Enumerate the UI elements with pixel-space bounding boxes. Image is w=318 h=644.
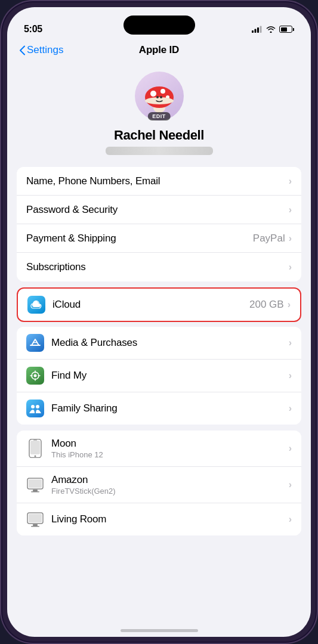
family-sharing-item[interactable]: Family Sharing ›	[17, 392, 301, 425]
find-my-chevron: ›	[289, 370, 292, 381]
subscriptions-item[interactable]: Subscriptions ›	[17, 253, 301, 281]
iphone-device-icon	[28, 439, 42, 458]
icloud-label: iCloud	[53, 299, 249, 311]
profile-section: EDIT Rachel Needell	[7, 62, 311, 167]
family-sharing-chevron: ›	[289, 403, 292, 414]
svg-rect-23	[30, 441, 40, 454]
account-settings-card: Name, Phone Numbers, Email › Password & …	[17, 167, 301, 281]
svg-point-8	[160, 89, 165, 94]
devices-card: Moon This iPhone 12 ›	[17, 431, 301, 535]
svg-rect-2	[257, 27, 259, 33]
status-time: 5:05	[24, 24, 42, 35]
name-phone-email-item[interactable]: Name, Phone Numbers, Email ›	[17, 167, 301, 196]
find-my-item[interactable]: Find My ›	[17, 360, 301, 392]
media-purchases-chevron: ›	[289, 338, 292, 348]
svg-rect-29	[31, 491, 39, 493]
media-purchases-item[interactable]: Media & Purchases ›	[17, 327, 301, 360]
icloud-icon	[30, 301, 42, 309]
media-icon-bg	[26, 334, 44, 352]
password-security-item[interactable]: Password & Security ›	[17, 196, 301, 224]
livingroom-device-item[interactable]: Living Room ›	[17, 503, 301, 535]
subscriptions-label: Subscriptions	[26, 261, 289, 273]
content-area: EDIT Rachel Needell Name, Phone Numbers,…	[7, 62, 311, 553]
svg-rect-28	[33, 490, 38, 491]
amazon-device-item[interactable]: Amazon FireTVStick(Gen2) ›	[17, 467, 301, 503]
find-my-icon	[30, 370, 41, 381]
icloud-item[interactable]: iCloud 200 GB ›	[17, 287, 301, 322]
livingroom-label: Living Room	[51, 513, 289, 525]
avatar-container[interactable]: EDIT	[135, 72, 184, 120]
moon-sublabel: This iPhone 12	[51, 450, 289, 459]
family-icon	[29, 404, 41, 413]
service-items-card: Media & Purchases ›	[17, 327, 301, 425]
svg-rect-1	[255, 29, 257, 33]
wifi-icon	[266, 26, 276, 33]
tv-device-icon	[26, 476, 44, 494]
svg-point-7	[150, 91, 156, 97]
signal-icon	[252, 26, 263, 33]
svg-point-13	[160, 96, 162, 98]
nav-title: Apple ID	[139, 44, 179, 56]
media-purchases-label: Media & Purchases	[51, 337, 289, 349]
phone-frame: 5:05	[0, 0, 318, 644]
iphone-icon	[26, 439, 44, 457]
tv2-icon	[26, 510, 44, 528]
back-label: Settings	[27, 44, 63, 56]
profile-email	[106, 147, 213, 155]
status-icons	[252, 26, 294, 33]
family-sharing-label: Family Sharing	[51, 402, 289, 414]
findmy-icon-bg	[26, 367, 44, 385]
svg-point-15	[34, 374, 37, 377]
password-security-chevron: ›	[289, 205, 292, 215]
icloud-chevron: ›	[288, 299, 291, 310]
name-phone-email-chevron: ›	[289, 176, 292, 187]
amazon-chevron: ›	[289, 479, 292, 490]
home-indicator	[121, 629, 198, 632]
avatar-image	[141, 78, 177, 114]
find-my-label: Find My	[51, 370, 289, 382]
tv2-device-icon	[26, 510, 44, 528]
payment-shipping-chevron: ›	[289, 233, 292, 244]
name-phone-email-label: Name, Phone Numbers, Email	[26, 175, 289, 187]
svg-rect-0	[252, 30, 254, 33]
svg-rect-27	[29, 479, 42, 488]
payment-shipping-value: PayPal	[253, 233, 285, 244]
svg-point-12	[156, 96, 159, 98]
payment-shipping-label: Payment & Shipping	[26, 233, 253, 244]
amazon-label: Amazon	[51, 474, 289, 486]
moon-label: Moon	[51, 438, 289, 450]
moon-chevron: ›	[289, 443, 292, 454]
icloud-icon-bg	[27, 296, 45, 314]
battery-icon	[279, 26, 294, 33]
moon-device-item[interactable]: Moon This iPhone 12 ›	[17, 431, 301, 467]
svg-rect-32	[33, 524, 38, 526]
svg-point-21	[36, 405, 39, 408]
back-button[interactable]: Settings	[19, 44, 63, 56]
profile-name: Rachel Needell	[114, 128, 204, 143]
family-icon-bg	[26, 400, 44, 417]
svg-point-11	[145, 97, 174, 104]
svg-rect-25	[33, 440, 37, 441]
subscriptions-chevron: ›	[289, 262, 292, 273]
livingroom-chevron: ›	[289, 514, 292, 525]
payment-shipping-item[interactable]: Payment & Shipping PayPal ›	[17, 224, 301, 253]
svg-rect-3	[260, 26, 262, 33]
svg-point-24	[35, 456, 36, 457]
avatar-edit-badge[interactable]: EDIT	[147, 112, 171, 120]
password-security-label: Password & Security	[26, 204, 289, 216]
nav-bar: Settings Apple ID	[7, 42, 311, 62]
phone-screen: 5:05	[7, 7, 311, 637]
app-store-icon	[30, 338, 41, 348]
svg-rect-31	[29, 514, 42, 522]
svg-rect-33	[31, 526, 39, 527]
amazon-sublabel: FireTVStick(Gen2)	[51, 487, 289, 496]
icloud-value: 200 GB	[249, 299, 284, 311]
svg-point-20	[31, 405, 35, 408]
chevron-left-icon	[19, 45, 25, 55]
dynamic-island	[124, 16, 195, 35]
tv-icon	[26, 476, 44, 494]
